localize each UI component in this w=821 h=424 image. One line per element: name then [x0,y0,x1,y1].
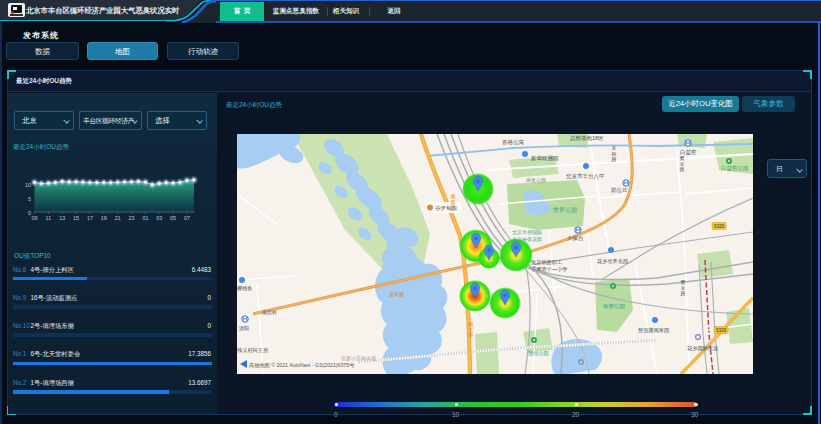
svg-text:京良路: 京良路 [389,291,404,297]
svg-text:5: 5 [28,196,31,202]
svg-text:独义村回王房: 独义村回王房 [237,347,268,354]
svg-text:温阳: 温阳 [239,325,249,332]
svg-text:郭公庄: 郭公庄 [611,187,628,194]
svg-text:樱桃香: 樱桃香 [237,285,252,292]
svg-text:花乡国际家居: 花乡国际家居 [687,345,719,352]
svg-text:子弟第十一小学: 子弟第十一小学 [531,266,567,272]
svg-text:世界公园: 世界公园 [553,207,577,214]
svg-text:高尔夫俱乐部: 高尔夫俱乐部 [512,236,542,243]
svg-text:北京市丰台八中: 北京市丰台八中 [565,173,605,180]
svg-text:香格公寓: 香格公寓 [502,139,525,146]
svg-text:09: 09 [32,215,38,221]
svg-text:南赛公园: 南赛公园 [603,303,625,310]
svg-text:总部基地18区: 总部基地18区 [569,135,604,142]
svg-text:南宫村: 南宫村 [262,309,277,316]
svg-text:北京华侨国际: 北京华侨国际 [512,229,542,236]
svg-text:13: 13 [59,215,65,221]
svg-text:御泉公园: 御泉公园 [526,177,546,184]
svg-text:樊羊路: 樊羊路 [681,279,686,296]
svg-text:新华双拥园: 新华双拥园 [531,155,559,162]
svg-text:大葆台: 大葆台 [567,235,584,241]
svg-text:樊羊路: 樊羊路 [680,155,685,172]
svg-text:07: 07 [184,215,190,221]
svg-text:在建小京雄高速: 在建小京雄高速 [341,355,376,362]
svg-text:S326: S326 [714,224,725,229]
svg-text:花乡世界名园: 花乡世界名园 [597,258,628,265]
svg-text:白盆窑公园: 白盆窑公园 [721,165,749,172]
svg-text:03: 03 [156,215,162,221]
svg-text:23: 23 [129,215,135,221]
svg-text:预缇公园: 预缇公园 [528,350,549,357]
svg-text:慈倪康阅家园: 慈倪康阅家园 [637,327,669,334]
svg-text:S326: S326 [716,328,727,333]
svg-text:高德地图 © 2021 AutoNavi - GS(2021: 高德地图 © 2021 AutoNavi - GS(2021)6375号 [249,362,354,369]
svg-text:11: 11 [46,215,52,221]
svg-text:10: 10 [25,182,31,188]
svg-text:19: 19 [101,215,107,221]
svg-text:北京铁路职工: 北京铁路职工 [530,259,562,266]
svg-text:01: 01 [142,215,148,221]
svg-text:21: 21 [115,215,121,221]
svg-text:17: 17 [87,215,93,221]
svg-text:丰科路: 丰科路 [612,145,617,162]
svg-text:P: P [580,360,583,365]
svg-text:南五环: 南五环 [469,321,474,338]
svg-text:05: 05 [170,215,176,221]
svg-text:南苑路: 南苑路 [451,193,456,210]
svg-text:15: 15 [73,215,79,221]
